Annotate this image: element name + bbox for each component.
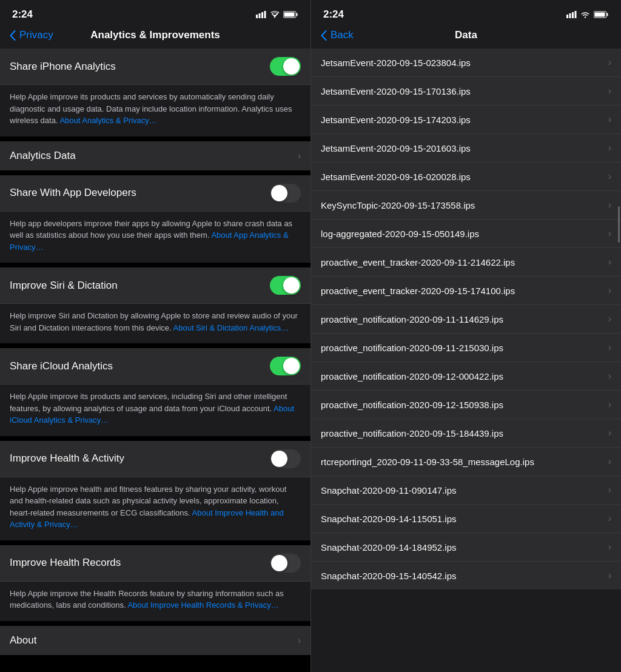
label-health-records: Improve Health Records [10,557,121,569]
status-bar-left: 2:24 [0,0,310,24]
list-item-label: proactive_notification-2020-09-11-114629… [321,314,603,324]
label-siri-dictation: Improve Siri & Dictation [10,280,118,292]
svg-point-4 [274,17,275,18]
list-item-chevron: › [608,342,611,353]
row-health-activity[interactable]: Improve Health & Activity [0,441,310,477]
list-item[interactable]: JetsamEvent-2020-09-15-201603.ips› [311,134,621,163]
list-item[interactable]: KeySyncTopic-2020-09-15-173558.ips› [311,191,621,220]
row-health-records[interactable]: Improve Health Records [0,545,310,582]
list-item[interactable]: Snapchat-2020-09-15-140542.ips› [311,562,621,590]
svg-point-12 [585,16,586,18]
back-button-left[interactable]: Privacy [10,29,53,41]
list-item[interactable]: rtcreportingd_2020-09-11-09-33-58_messag… [311,448,621,476]
list-item-chevron: › [608,428,611,438]
svg-rect-1 [259,13,261,18]
list-item[interactable]: Snapchat-2020-09-11-090147.ips› [311,476,621,505]
desc-siri-dictation: Help improve Siri and Dictation by allow… [0,304,310,348]
list-item-chevron: › [608,143,611,153]
link-app-analytics-privacy[interactable]: About App Analytics & Privacy… [10,230,289,252]
link-health-activity[interactable]: About Improve Health and Activity & Priv… [10,508,284,529]
toggle-icloud[interactable] [270,357,301,375]
row-siri-dictation[interactable]: Improve Siri & Dictation [0,267,310,304]
battery-icon-left [283,11,298,18]
label-share-iphone: Share iPhone Analytics [10,61,116,73]
label-analytics-data: Analytics Data [10,150,76,162]
list-item-label: Snapchat-2020-09-14-184952.ips [321,542,603,553]
desc-text-health-records: Help Apple improve the Health Records fe… [10,589,284,610]
list-item-chevron: › [608,257,611,267]
back-button-right[interactable]: Back [321,29,354,41]
section-analytics-data: Analytics Data › [0,141,310,175]
toggle-siri-dictation[interactable] [270,276,301,295]
list-item[interactable]: proactive_notification-2020-09-12-150938… [311,391,621,419]
right-panel: 2:24 Back [310,0,621,672]
back-label-right: Back [331,29,354,41]
chevron-analytics-data: › [298,150,301,161]
toggle-share-iphone[interactable] [270,57,301,76]
toggle-health-records[interactable] [270,554,301,573]
row-share-iphone-analytics[interactable]: Share iPhone Analytics [0,49,310,85]
link-analytics-privacy[interactable]: About Analytics & Privacy… [59,116,156,125]
svg-rect-0 [256,15,258,18]
svg-rect-6 [297,13,298,16]
list-item-chevron: › [608,399,611,410]
chevron-about: › [298,635,301,646]
list-item[interactable]: Snapchat-2020-09-14-115051.ips› [311,505,621,533]
back-chevron-left [10,30,16,41]
list-item[interactable]: proactive_notification-2020-09-12-000422… [311,362,621,391]
row-analytics-data[interactable]: Analytics Data › [0,141,310,175]
left-content: Share iPhone Analytics Help Apple improv… [0,49,310,672]
toggle-knob-icloud [283,358,300,374]
section-health-records: Improve Health Records Help Apple improv… [0,545,310,621]
nav-bar-right: Back Data [311,24,621,49]
page-title-left: Analytics & Improvements [90,29,220,41]
list-item-chevron: › [608,200,611,210]
list-item[interactable]: proactive_notification-2020-09-15-184439… [311,419,621,448]
link-health-records[interactable]: About Improve Health Records & Privacy… [127,600,278,610]
wifi-icon-left [270,11,280,18]
list-item[interactable]: proactive_notification-2020-09-11-114629… [311,305,621,334]
svg-rect-9 [569,13,571,18]
row-icloud-analytics[interactable]: Share iCloud Analytics [0,348,310,385]
list-item[interactable]: proactive_event_tracker-2020-09-15-17410… [311,277,621,305]
time-left: 2:24 [12,8,33,21]
list-item[interactable]: JetsamEvent-2020-09-15-023804.ips› [311,49,621,77]
list-item[interactable]: Snapchat-2020-09-14-184952.ips› [311,533,621,562]
list-item-label: JetsamEvent-2020-09-15-023804.ips [321,58,603,68]
about-label: About [10,634,36,647]
desc-share-iphone: Help Apple improve its products and serv… [0,85,310,141]
toggle-knob-siri [283,277,300,294]
list-item-label: proactive_event_tracker-2020-09-15-17410… [321,286,603,296]
section-share-iphone: Share iPhone Analytics Help Apple improv… [0,49,310,141]
list-item[interactable]: proactive_notification-2020-09-11-215030… [311,334,621,362]
list-item-chevron: › [608,570,611,581]
desc-icloud: Help Apple improve its products and serv… [0,385,310,441]
toggle-knob-health-records [271,555,287,571]
desc-share-app-dev: Help app developers improve their apps b… [0,212,310,268]
row-share-app-dev[interactable]: Share With App Developers [0,175,310,212]
list-item-label: log-aggregated-2020-09-15-050149.ips [321,229,603,239]
list-item[interactable]: log-aggregated-2020-09-15-050149.ips› [311,220,621,248]
signal-icon-left [256,11,266,18]
svg-rect-14 [607,13,608,16]
list-item[interactable]: JetsamEvent-2020-09-15-174203.ips› [311,106,621,134]
about-row[interactable]: About › [0,621,310,655]
label-health-activity: Improve Health & Activity [10,452,124,465]
toggle-knob-share-iphone [283,58,300,75]
link-icloud-analytics[interactable]: About iCloud Analytics & Privacy… [10,404,294,425]
back-label-left: Privacy [19,29,53,41]
list-item-chevron: › [608,513,611,524]
list-item[interactable]: proactive_event_tracker-2020-09-11-21462… [311,248,621,277]
desc-health-records: Help Apple improve the Health Records fe… [0,582,310,621]
list-item-chevron: › [608,456,611,467]
list-item[interactable]: JetsamEvent-2020-09-15-170136.ips› [311,77,621,106]
toggle-share-app-dev[interactable] [270,184,301,203]
list-item-label: proactive_notification-2020-09-12-000422… [321,371,603,381]
list-item-label: Snapchat-2020-09-11-090147.ips [321,485,603,496]
toggle-health-activity[interactable] [270,449,301,468]
list-item-chevron: › [608,228,611,239]
list-item[interactable]: JetsamEvent-2020-09-16-020028.ips› [311,163,621,191]
list-item-label: proactive_notification-2020-09-12-150938… [321,400,603,410]
section-share-app-dev: Share With App Developers Help app devel… [0,175,310,268]
link-siri-analytics[interactable]: About Siri & Dictation Analytics… [173,323,289,332]
